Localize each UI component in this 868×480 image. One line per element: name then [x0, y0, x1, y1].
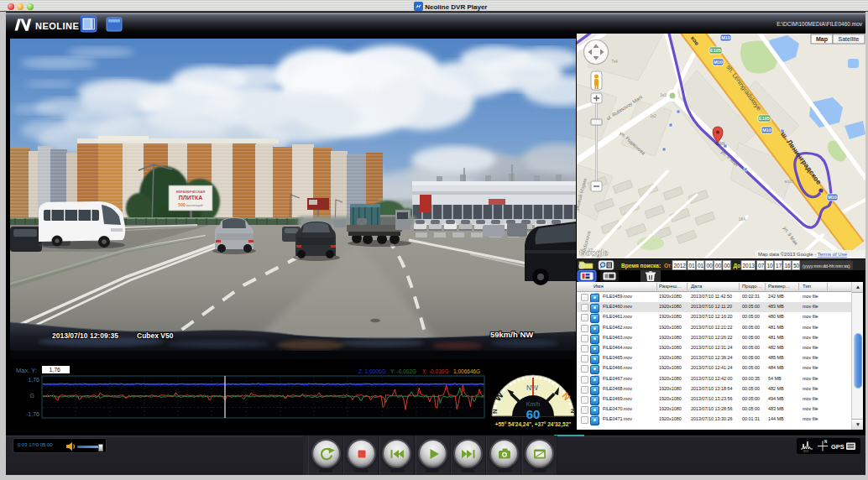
- svg-text:Map: Map: [816, 36, 828, 43]
- svg-text:50: 50: [793, 263, 800, 269]
- svg-text:-1,76: -1,76: [26, 411, 39, 417]
- svg-text:18А: 18А: [739, 217, 747, 222]
- svg-text:16: 16: [785, 263, 792, 269]
- svg-text:10: 10: [767, 263, 774, 269]
- svg-text:00: 00: [707, 263, 714, 269]
- svg-text:Y: -0,002G: Y: -0,002G: [390, 368, 416, 374]
- svg-text:КЕРАМИЧЕСКАЯ: КЕРАМИЧЕСКАЯ: [176, 190, 206, 194]
- svg-text:M10: M10: [714, 60, 723, 65]
- svg-text:1,006646G: 1,006646G: [453, 368, 480, 374]
- svg-text:+55° 54'24,24", +37° 24'32,52": +55° 54'24,24", +37° 24'32,52": [495, 421, 572, 428]
- svg-text:Km/h: Km/h: [526, 401, 540, 407]
- svg-text:вл23: вл23: [784, 179, 793, 184]
- svg-text:E105: E105: [759, 116, 770, 121]
- svg-text:M10: M10: [762, 128, 771, 133]
- svg-text:GPS: GPS: [831, 443, 844, 451]
- svg-text:Satellite: Satellite: [839, 36, 860, 42]
- svg-text:XYZ: XYZ: [803, 450, 808, 453]
- svg-text:Время поиска:: Время поиска:: [621, 263, 661, 269]
- svg-text:Cubex V50: Cubex V50: [137, 331, 174, 340]
- svg-text:M10: M10: [721, 35, 730, 40]
- svg-text:00: 00: [715, 263, 722, 269]
- svg-text:N: N: [569, 409, 577, 413]
- svg-text:ПЛИТКА: ПЛИТКА: [179, 195, 203, 201]
- svg-text:X: -0,036G: X: -0,036G: [422, 368, 448, 374]
- svg-text:59km/h NW: 59km/h NW: [490, 330, 533, 339]
- svg-text:M10: M10: [828, 195, 837, 200]
- svg-text:1,76: 1,76: [49, 367, 60, 373]
- svg-text:До: До: [734, 263, 741, 269]
- svg-text:2013/07/10 12:09:35: 2013/07/10 12:09:35: [52, 331, 118, 340]
- svg-text:Map data ©2013 Google - Terms: Map data ©2013 Google - Terms of Use: [758, 252, 848, 257]
- svg-text:01: 01: [689, 263, 696, 269]
- svg-text:G: G: [30, 393, 34, 399]
- svg-text:Max. Y:: Max. Y:: [16, 367, 37, 374]
- svg-text:N: N: [491, 410, 499, 414]
- svg-text:2013: 2013: [743, 263, 756, 269]
- svg-text:17: 17: [776, 263, 782, 269]
- svg-text:60: 60: [526, 407, 541, 421]
- svg-text:1,76: 1,76: [28, 377, 39, 383]
- svg-text:Z: 1,0006G: Z: 1,0006G: [358, 368, 386, 374]
- svg-text:От: От: [664, 263, 671, 269]
- svg-text:01: 01: [698, 263, 704, 269]
- svg-text:N: N: [824, 440, 827, 444]
- svg-text:7к4: 7к4: [611, 59, 618, 64]
- svg-text:1к2: 1к2: [650, 113, 656, 118]
- svg-text:1к3: 1к3: [660, 92, 667, 97]
- svg-text:Google: Google: [579, 248, 609, 258]
- svg-text:00: 00: [724, 263, 731, 269]
- svg-text:(yyyy:mm:dd-hh:mm:ss): (yyyy:mm:dd-hh:mm:ss): [803, 263, 850, 269]
- svg-text:NEOLINE: NEOLINE: [35, 21, 79, 31]
- svg-text:E105: E105: [710, 48, 721, 53]
- svg-text:2012: 2012: [674, 263, 687, 269]
- svg-text:07: 07: [758, 263, 765, 269]
